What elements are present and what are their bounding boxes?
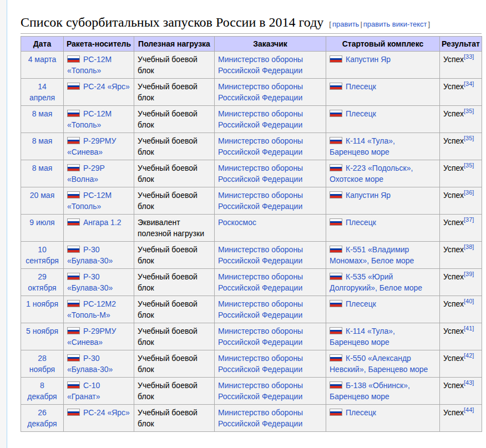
rocket-cell: РС-12М «Тополь» [64, 105, 134, 133]
reference-link[interactable]: [44] [464, 406, 474, 413]
customer-link[interactable]: Министерство обороны Российской Федераци… [218, 299, 303, 319]
reference-link[interactable]: [36] [464, 189, 474, 196]
rocket-link[interactable]: РС-24 «Ярс» [83, 408, 130, 417]
customer-link[interactable]: Министерство обороны Российской Федераци… [218, 354, 303, 374]
payload-cell: Учебный боевой блок [134, 268, 215, 296]
table-row: 28 ноября Р-30 «Булава-30» Учебный боево… [21, 350, 482, 377]
customer-link[interactable]: Министерство обороны Российской Федераци… [218, 245, 303, 265]
rocket-link[interactable]: РС-24 «Ярс» [83, 82, 130, 91]
rocket-cell: РС-12М2 «Тополь-М» [64, 296, 134, 323]
reference-link[interactable]: [41] [464, 325, 474, 332]
site-link[interactable]: Плесецк [346, 218, 376, 227]
date-link[interactable]: 4 марта [28, 55, 57, 64]
edit-links-separator: | [360, 20, 362, 28]
customer-link[interactable]: Министерство обороны Российской Федераци… [218, 408, 303, 428]
russia-flag-icon [67, 191, 80, 198]
date-link[interactable]: 28 ноября [29, 354, 55, 374]
customer-link[interactable]: Министерство обороны Российской Федераци… [218, 164, 303, 184]
russia-flag-icon [67, 246, 80, 253]
site-link[interactable]: Капустин Яр [346, 191, 391, 200]
site-link[interactable]: Плесецк [346, 408, 376, 417]
reference: [34] [464, 80, 474, 87]
site-cell: Капустин Яр [326, 51, 440, 78]
site-link[interactable]: Плесецк [346, 82, 376, 91]
date-link[interactable]: 8 декабря [27, 381, 57, 401]
table-row: 14 апреля РС-24 «Ярс» Учебный боевой бло… [21, 78, 482, 105]
date-link[interactable]: 20 мая [30, 191, 54, 200]
customer-cell: Роскосмос [215, 214, 326, 241]
result-text: Успех [443, 299, 464, 308]
edit-source-link[interactable]: править вики-текст [363, 20, 427, 28]
russia-flag-icon [67, 327, 80, 334]
customer-link[interactable]: Министерство обороны Российской Федераци… [218, 136, 303, 156]
site-link[interactable]: Капустин Яр [346, 55, 391, 64]
table-header-row: Дата Ракета-носитель Полезная нагрузка З… [21, 36, 482, 51]
reference-link[interactable]: [37] [464, 216, 474, 223]
customer-link[interactable]: Министерство обороны Российской Федераци… [218, 55, 303, 75]
reference-link[interactable]: [43] [464, 379, 474, 386]
reference-link[interactable]: [35] [464, 135, 474, 141]
date-link[interactable]: 26 декабря [27, 408, 57, 428]
customer-link[interactable]: Министерство обороны Российской Федераци… [218, 327, 303, 347]
customer-link[interactable]: Министерство обороны Российской Федераци… [218, 272, 303, 292]
date-link[interactable]: 9 июля [29, 218, 54, 227]
table-row: 1 ноября РС-12М2 «Тополь-М» Учебный боев… [21, 296, 482, 323]
table-row: 8 мая РС-12М «Тополь» Учебный боевой бло… [21, 105, 482, 133]
edit-section-links: [править|править вики-текст] [329, 20, 430, 28]
rocket-link[interactable]: Ангара 1.2 [83, 218, 122, 227]
customer-cell: Министерство обороны Российской Федераци… [215, 105, 326, 133]
bracket-close: ] [428, 20, 431, 28]
russia-flag-icon [330, 55, 342, 63]
reference-link[interactable]: [38] [464, 243, 474, 250]
reference-link[interactable]: [39] [464, 271, 474, 277]
customer-link[interactable]: Министерство обороны Российской Федераци… [218, 109, 303, 129]
result-text: Успех [443, 109, 464, 118]
date-link[interactable]: 8 мая [32, 109, 53, 118]
date-link[interactable]: 8 мая [32, 164, 53, 172]
site-link[interactable]: К-550 «Александр Невский», Баренцево мор… [330, 354, 428, 374]
date-link[interactable]: 5 ноября [26, 327, 58, 335]
customer-cell: Министерство обороны Российской Федераци… [215, 51, 326, 78]
russia-flag-icon [330, 218, 342, 226]
site-cell: Плесецк [326, 214, 440, 241]
customer-cell: Министерство обороны Российской Федераци… [215, 160, 326, 187]
russia-flag-icon [67, 110, 80, 117]
date-link[interactable]: 8 мая [32, 136, 53, 145]
rocket-cell: РС-24 «Ярс» [64, 78, 134, 105]
reference-link[interactable]: [42] [464, 352, 474, 359]
date-link[interactable]: 29 октября [28, 272, 56, 292]
site-cell: Плесецк [326, 404, 440, 431]
date-link[interactable]: 14 апреля [29, 82, 55, 102]
russia-flag-icon [330, 300, 342, 307]
header-payload: Полезная нагрузка [134, 36, 215, 51]
edit-link[interactable]: править [332, 20, 359, 28]
rocket-cell: Р-30 «Булава-30» [64, 350, 134, 377]
customer-link[interactable]: Роскосмос [218, 218, 256, 227]
customer-cell: Министерство обороны Российской Федераци… [215, 241, 326, 268]
customer-link[interactable]: Министерство обороны Российской Федераци… [218, 191, 303, 211]
payload-cell: Учебный боевой блок [134, 404, 215, 431]
customer-cell: Министерство обороны Российской Федераци… [215, 350, 326, 377]
russia-flag-icon [330, 273, 342, 280]
customer-link[interactable]: Министерство обороны Российской Федераци… [218, 381, 303, 401]
reference-link[interactable]: [35] [464, 108, 474, 114]
reference-link[interactable]: [34] [464, 80, 474, 87]
date-link[interactable]: 1 ноября [26, 299, 58, 308]
date-cell: 9 июля [21, 214, 64, 241]
reference-link[interactable]: [35] [464, 162, 474, 169]
result-cell: Успех[43] [440, 377, 482, 404]
date-link[interactable]: 10 сентября [26, 245, 59, 265]
customer-link[interactable]: Министерство обороны Российской Федераци… [218, 82, 303, 102]
header-result: Результат [440, 36, 482, 51]
reference-link[interactable]: [40] [464, 298, 474, 304]
reference: [39] [464, 271, 474, 277]
customer-cell: Министерство обороны Российской Федераци… [215, 187, 326, 214]
date-cell: 1 ноября [21, 296, 64, 323]
reference-link[interactable]: [33] [464, 53, 474, 60]
customer-cell: Министерство обороны Российской Федераци… [215, 296, 326, 323]
result-cell: Успех[42] [440, 350, 482, 377]
site-link[interactable]: К-535 «Юрий Долгорукий», Белое море [330, 272, 422, 292]
site-link[interactable]: Плесецк [346, 299, 376, 308]
russia-flag-icon [67, 273, 80, 280]
site-link[interactable]: Плесецк [346, 109, 376, 118]
